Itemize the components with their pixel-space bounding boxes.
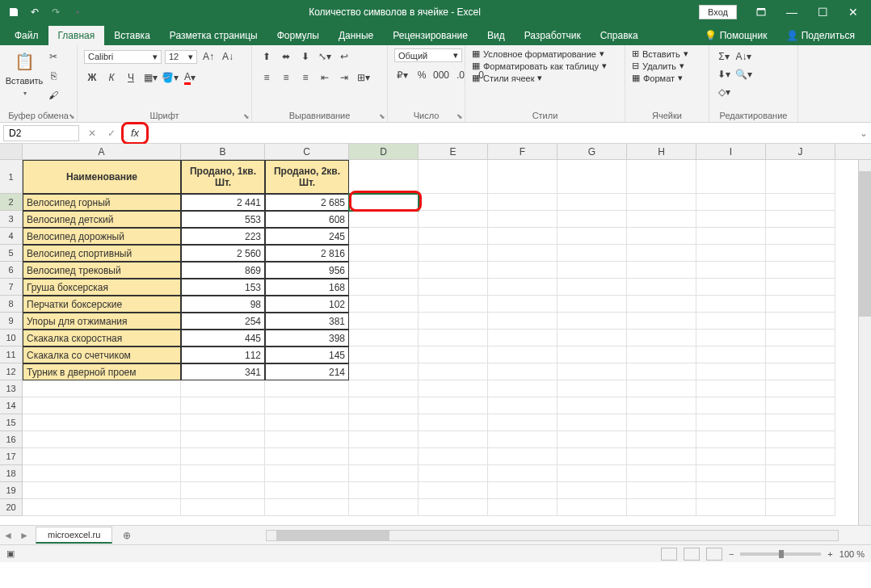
row-header[interactable]: 12	[0, 363, 23, 380]
cell[interactable]	[419, 397, 488, 414]
cell[interactable]: 153	[181, 279, 265, 296]
tab-view[interactable]: Вид	[478, 26, 515, 45]
cell[interactable]: 2 685	[265, 194, 349, 211]
cell[interactable]	[696, 160, 766, 194]
cell[interactable]	[696, 262, 766, 279]
login-button[interactable]: Вход	[699, 5, 737, 19]
cell[interactable]: Велосипед дорожный	[23, 228, 181, 245]
zoom-thumb[interactable]	[779, 550, 784, 558]
clear-icon[interactable]: ◇▾	[716, 84, 732, 100]
scrollbar-thumb[interactable]	[276, 531, 389, 540]
add-sheet-icon[interactable]: ⊕	[117, 530, 137, 541]
cell[interactable]	[696, 313, 766, 330]
row-header[interactable]: 17	[0, 448, 23, 465]
cell[interactable]	[558, 194, 627, 211]
cell[interactable]	[488, 397, 558, 414]
cell[interactable]	[349, 313, 419, 330]
currency-icon[interactable]: ₽▾	[394, 67, 410, 83]
row-header[interactable]: 1	[0, 160, 23, 194]
cell[interactable]	[23, 380, 181, 397]
percent-icon[interactable]: %	[414, 67, 430, 83]
cell[interactable]	[23, 465, 181, 482]
expand-formula-icon[interactable]: ⌄	[856, 128, 871, 139]
row-header[interactable]: 10	[0, 330, 23, 346]
cell[interactable]	[558, 296, 627, 313]
tab-review[interactable]: Рецензирование	[383, 26, 478, 45]
cell[interactable]: Скакалка со счетчиком	[23, 346, 181, 363]
cell[interactable]	[419, 194, 488, 211]
cell[interactable]	[766, 414, 835, 431]
autosum-icon[interactable]: Σ▾	[716, 48, 732, 65]
cell[interactable]: 608	[265, 211, 349, 228]
cell[interactable]	[558, 279, 627, 296]
cell[interactable]	[766, 465, 835, 482]
cell[interactable]	[558, 245, 627, 262]
format-painter-icon[interactable]: 🖌	[45, 87, 61, 103]
cell[interactable]: 956	[265, 262, 349, 279]
cell[interactable]: 445	[181, 330, 265, 346]
cell[interactable]: 553	[181, 211, 265, 228]
tab-insert[interactable]: Вставка	[104, 26, 160, 45]
cell[interactable]	[766, 431, 835, 448]
dialog-launcher-icon[interactable]: ⬊	[243, 112, 250, 120]
cell[interactable]	[627, 448, 696, 465]
cell[interactable]	[265, 465, 349, 482]
cell[interactable]	[488, 431, 558, 448]
row-header[interactable]: 15	[0, 414, 23, 431]
zoom-level[interactable]: 100 %	[839, 549, 865, 559]
cell[interactable]: Велосипед спортивный	[23, 245, 181, 262]
cell[interactable]	[627, 160, 696, 194]
cell[interactable]	[488, 160, 558, 194]
cell[interactable]: Наименование	[23, 160, 181, 194]
cell[interactable]	[766, 499, 835, 516]
cell[interactable]: 341	[181, 363, 265, 380]
cell[interactable]	[627, 228, 696, 245]
cell[interactable]	[627, 279, 696, 296]
cell[interactable]	[488, 228, 558, 245]
column-header[interactable]: C	[265, 144, 349, 159]
cell[interactable]	[419, 160, 488, 194]
cell[interactable]	[349, 211, 419, 228]
share-button[interactable]: 👤 Поделиться	[776, 26, 865, 45]
cell[interactable]	[488, 414, 558, 431]
cell[interactable]	[23, 499, 181, 516]
cell[interactable]: Велосипед горный	[23, 194, 181, 211]
underline-button[interactable]: Ч	[123, 69, 139, 86]
cell[interactable]	[349, 448, 419, 465]
vertical-scrollbar[interactable]	[858, 160, 871, 525]
cell[interactable]	[488, 448, 558, 465]
cell[interactable]	[558, 262, 627, 279]
cell[interactable]	[696, 380, 766, 397]
cell[interactable]: 98	[181, 296, 265, 313]
comma-icon[interactable]: 000	[433, 67, 449, 83]
tab-file[interactable]: Файл	[5, 26, 48, 45]
cell[interactable]	[349, 346, 419, 363]
cell[interactable]	[627, 380, 696, 397]
decrease-font-icon[interactable]: A↓	[220, 48, 236, 65]
cell[interactable]	[488, 194, 558, 211]
cell[interactable]	[349, 431, 419, 448]
cell[interactable]	[419, 296, 488, 313]
cell[interactable]	[349, 330, 419, 346]
cell[interactable]	[627, 465, 696, 482]
cell[interactable]	[488, 465, 558, 482]
cell[interactable]	[349, 262, 419, 279]
cell[interactable]	[349, 482, 419, 499]
cell[interactable]	[23, 414, 181, 431]
cell[interactable]: 398	[265, 330, 349, 346]
cell[interactable]	[558, 465, 627, 482]
column-header[interactable]: J	[766, 144, 835, 159]
cell[interactable]	[23, 448, 181, 465]
column-header[interactable]: B	[181, 144, 265, 159]
cell[interactable]	[766, 363, 835, 380]
undo-icon[interactable]: ↶	[27, 5, 42, 19]
cell[interactable]: 102	[265, 296, 349, 313]
next-sheet-icon[interactable]: ►	[16, 530, 32, 541]
cell[interactable]	[627, 346, 696, 363]
conditional-format-button[interactable]: ▦ Условное форматирование▾	[472, 48, 607, 59]
cell[interactable]: 381	[265, 313, 349, 330]
tab-help[interactable]: Справка	[591, 26, 648, 45]
formula-input[interactable]	[149, 132, 856, 135]
cell[interactable]	[558, 380, 627, 397]
cell[interactable]: Груша боксерская	[23, 279, 181, 296]
